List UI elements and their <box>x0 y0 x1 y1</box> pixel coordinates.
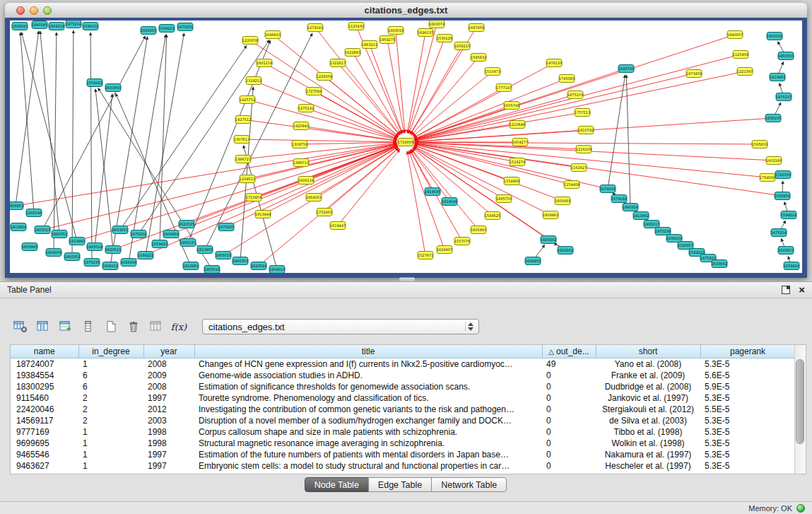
graph-node[interactable]: 1125408 <box>733 51 748 59</box>
graph-node[interactable]: 1675201 <box>177 23 193 31</box>
graph-node[interactable]: 2633651 <box>112 226 128 234</box>
graph-node[interactable]: 1656215 <box>454 42 470 50</box>
graph-edge[interactable] <box>16 31 39 206</box>
column-header-out-degree[interactable]: △out_de... <box>542 345 596 358</box>
graph-node[interactable]: 1648794 <box>618 65 634 73</box>
graph-node[interactable]: 1125430 <box>348 23 364 30</box>
citation-network-graph[interactable]: 1663019169613715301261656215159583215104… <box>10 21 802 273</box>
graph-node[interactable]: 1836104 <box>666 235 682 243</box>
graph-edge[interactable] <box>411 149 478 230</box>
column-header-title[interactable]: title <box>194 345 542 358</box>
graph-edge[interactable] <box>42 36 146 230</box>
column-header-short[interactable]: short <box>596 345 700 358</box>
graph-node[interactable]: 2026957 <box>678 242 693 250</box>
graph-node[interactable]: 1913444 <box>255 211 271 218</box>
graph-node[interactable]: 1924502 <box>558 247 573 255</box>
graph-node[interactable]: 1675202 <box>131 230 146 238</box>
table-row[interactable]: 969969511998Structural magnetic resonanc… <box>11 438 795 449</box>
graph-node[interactable]: 1622863 <box>345 49 360 57</box>
graph-edge[interactable] <box>259 148 399 266</box>
graph-node[interactable]: 1809961 <box>543 211 558 219</box>
graph-edge[interactable] <box>250 40 398 137</box>
graph-node[interactable]: 1860351 <box>52 230 67 238</box>
graph-node[interactable]: 1318212 <box>246 77 261 85</box>
graph-node[interactable]: 1975237 <box>776 93 792 101</box>
column-button[interactable] <box>79 318 98 335</box>
graph-node[interactable]: 1905018 <box>767 33 782 40</box>
graph-node[interactable]: 1679192 <box>611 195 627 203</box>
graph-node[interactable]: 1805493 <box>555 197 570 205</box>
graph-node[interactable]: 1777147 <box>496 84 512 92</box>
graph-node[interactable]: 1905014 <box>87 243 102 251</box>
graph-node[interactable]: 1863211 <box>362 41 377 49</box>
graph-node[interactable]: 1976133 <box>546 59 562 67</box>
table-row[interactable]: 1830029562008Estimation of significance … <box>11 381 795 392</box>
graph-node[interactable]: 1275141 <box>298 105 314 112</box>
graph-node[interactable]: 1507076 <box>454 238 470 245</box>
graph-edge[interactable] <box>407 151 425 255</box>
graph-node[interactable]: 1905197 <box>180 239 196 247</box>
graph-edge[interactable] <box>408 151 445 250</box>
graph-node[interactable]: 2633653 <box>778 247 794 255</box>
graph-node[interactable]: 2620524 <box>251 262 266 270</box>
graph-node[interactable]: 1594221 <box>159 25 175 33</box>
graph-node[interactable]: 1216109 <box>576 146 592 153</box>
graph-node[interactable]: 1925402 <box>541 236 556 244</box>
graph-edge[interactable] <box>242 139 396 142</box>
graph-node[interactable]: 1745083 <box>559 75 575 83</box>
graph-node[interactable]: 1425752 <box>240 96 255 104</box>
memory-ok-indicator[interactable] <box>796 504 805 513</box>
graph-edge[interactable] <box>54 33 57 252</box>
graph-node[interactable]: 1510473 <box>485 68 500 76</box>
table-row[interactable]: 1938455462009Genome-wide association stu… <box>11 370 795 381</box>
graph-node[interactable]: 1905013 <box>35 226 50 234</box>
graph-node[interactable]: 1530126 <box>437 35 452 42</box>
graph-node[interactable]: 1692450 <box>525 257 541 265</box>
graph-node[interactable]: 1624907 <box>437 246 452 254</box>
graph-edge[interactable] <box>171 146 397 234</box>
graph-edge[interactable] <box>413 147 565 250</box>
combobox-stepper-icon[interactable] <box>465 322 476 332</box>
graph-node[interactable]: 1813955 <box>197 246 213 254</box>
graph-edge[interactable] <box>20 33 34 213</box>
table-select-rows-button[interactable] <box>57 318 75 335</box>
graph-node[interactable]: 1675204 <box>771 229 787 237</box>
graph-node[interactable]: 1905015 <box>216 252 231 259</box>
graph-node[interactable]: 1757513 <box>575 109 590 117</box>
table-row[interactable]: 911546021997Tourette syndrome. Phenomeno… <box>11 392 795 404</box>
graph-node[interactable]: 1675205 <box>218 223 234 231</box>
graph-node[interactable]: 1549525 <box>485 212 500 220</box>
zoom-window-button[interactable] <box>43 6 52 15</box>
delete-button[interactable] <box>124 318 143 335</box>
graph-node[interactable]: 1226058 <box>317 73 332 81</box>
graph-node[interactable]: 1559423 <box>152 240 167 248</box>
graph-node[interactable]: 1595832 <box>471 54 486 62</box>
table-row[interactable]: 977716911998Corpus callosum shape and si… <box>11 426 795 438</box>
graph-edge[interactable] <box>415 95 576 140</box>
graph-edge[interactable] <box>90 33 92 262</box>
graph-edge[interactable] <box>273 35 399 136</box>
graph-node[interactable]: 1386713 <box>293 159 309 167</box>
graph-node[interactable]: 1234511 <box>240 175 255 183</box>
graph-node[interactable]: 1210646 <box>510 121 525 129</box>
graph-edge[interactable] <box>396 30 405 133</box>
graph-node[interactable]: 1154409 <box>564 181 579 189</box>
graph-edge[interactable] <box>412 57 479 135</box>
graph-node[interactable]: 1836102 <box>83 23 98 30</box>
graph-node[interactable]: 1973458 <box>686 70 702 78</box>
graph-node[interactable]: 1860355 <box>778 52 794 60</box>
graph-node[interactable]: 2633650 <box>105 84 121 92</box>
graph-node[interactable]: 1594222 <box>138 252 153 259</box>
graph-node[interactable]: 1720350 <box>775 171 791 179</box>
table-columns-button[interactable] <box>34 318 52 335</box>
graph-node[interactable]: 1810742 <box>578 127 594 134</box>
graph-node[interactable]: 1322817 <box>330 59 346 67</box>
graph-node[interactable]: 1860354 <box>623 204 638 211</box>
graph-edge[interactable] <box>409 38 445 134</box>
graph-node[interactable]: 1646910 <box>265 31 281 39</box>
graph-edge[interactable] <box>263 146 397 214</box>
graph-node[interactable]: 1975236 <box>655 228 671 235</box>
column-header-name[interactable]: name <box>11 345 78 358</box>
graph-node[interactable]: 1679191 <box>600 185 616 193</box>
graph-node[interactable]: 1724009 <box>398 139 413 146</box>
